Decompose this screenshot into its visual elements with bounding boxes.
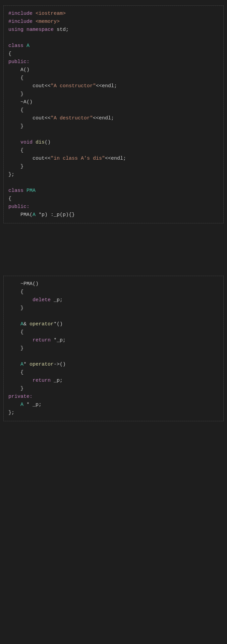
- code-block-2-content: ~PMA() { delete _p; } A& operator*() { r…: [8, 280, 219, 417]
- spacer: [0, 226, 227, 273]
- code-container: #include <iostream> #include <memory> us…: [0, 0, 227, 644]
- code-block-2: ~PMA() { delete _p; } A& operator*() { r…: [3, 276, 224, 421]
- code-block-1-content: #include <iostream> #include <memory> us…: [8, 10, 219, 219]
- code-block-1: #include <iostream> #include <memory> us…: [3, 5, 224, 223]
